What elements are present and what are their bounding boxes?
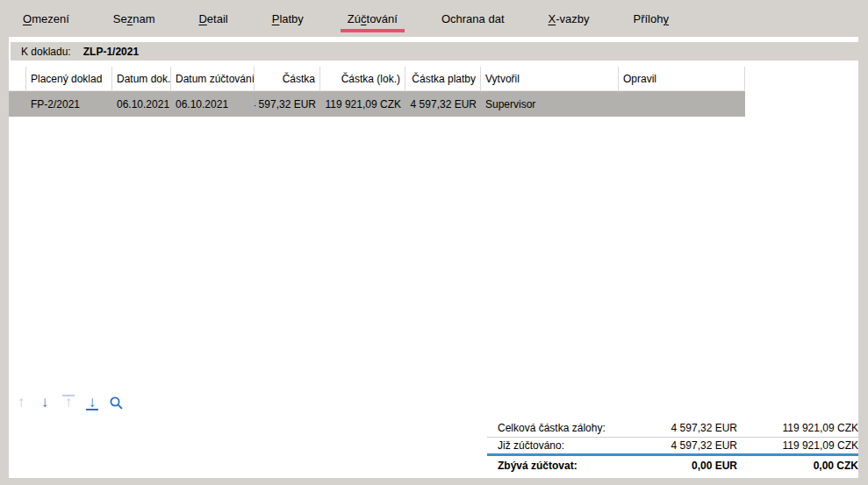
move-down-icon[interactable]: ↓ xyxy=(36,393,54,412)
move-to-bottom-icon[interactable]: ↓ xyxy=(83,393,101,412)
column-header-vytvoril[interactable]: Vytvořil xyxy=(481,67,619,90)
column-header-castka-lok[interactable]: Částka (lok.) xyxy=(320,67,405,90)
summary-eur-value: 4 597,32 EUR xyxy=(625,422,737,434)
cell-opravil xyxy=(619,91,745,117)
cell-vytvoril: Supervisor xyxy=(481,91,619,117)
summary-label: Již zúčtováno: xyxy=(487,439,625,452)
tab-label: Ochrana dat xyxy=(441,12,505,25)
summary-label: Celková částka zálohy: xyxy=(487,422,625,434)
tab-x-vazby[interactable]: X-vazby xyxy=(549,0,590,37)
tab-label: Omezení xyxy=(23,12,69,25)
cell-castka-platby: 4 597,32 EUR xyxy=(405,91,481,117)
tab-ochrana-dat[interactable]: Ochrana dat xyxy=(441,0,505,37)
tab-detail[interactable]: Detail xyxy=(198,0,227,37)
summary-czk-value: 119 921,09 CZK xyxy=(737,422,858,434)
summary-eur-value: 0,00 EUR xyxy=(625,460,737,472)
tab-label: Zúčtování xyxy=(348,12,398,25)
column-header-datum-dok[interactable]: Datum dok. xyxy=(112,67,171,90)
table-header-row: Placený doklad Datum dok. Datum zúčtován… xyxy=(9,67,745,91)
summary-czk-value: 0,00 CZK xyxy=(737,460,858,472)
tab-label: Platby xyxy=(272,12,304,25)
cell-datum-zuctovani: 06.10.2021 xyxy=(171,91,255,117)
row-marker-cell xyxy=(9,91,26,117)
summary-czk-value: 119 921,09 CZK xyxy=(737,439,858,452)
search-icon[interactable] xyxy=(107,393,125,412)
summary-row-total: Celková částka zálohy: 4 597,32 EUR 119 … xyxy=(487,419,858,438)
column-header-placeny-doklad[interactable]: Placený doklad xyxy=(26,67,112,90)
cell-datum-dok: 06.10.2021 xyxy=(112,91,171,117)
tab-prilohy[interactable]: Přílohy xyxy=(633,0,668,37)
content-panel: K dokladu: ZLP-1/2021 Placený doklad Dat… xyxy=(9,37,858,478)
tab-label: Seznam xyxy=(113,12,155,25)
summary-label: Zbývá zúčtovat: xyxy=(487,460,625,472)
app-window: { "colors": { "frame": "#d5d2cd", "accen… xyxy=(0,0,868,485)
summary-row-remaining: Zbývá zúčtovat: 0,00 EUR 0,00 CZK xyxy=(487,456,858,475)
tab-zuctovani[interactable]: Zúčtování xyxy=(348,0,398,37)
tab-label: X-vazby xyxy=(549,12,590,25)
column-header-castka-platby[interactable]: Částka platby xyxy=(405,67,481,90)
tab-label: Detail xyxy=(198,12,227,25)
table-row-selected[interactable]: FP-2/2021 06.10.2021 06.10.2021 4 597,32… xyxy=(9,91,745,117)
document-reference-value: ZLP-1/2021 xyxy=(83,46,139,58)
column-header-castka[interactable]: Částka xyxy=(255,67,320,90)
column-header-marker[interactable] xyxy=(9,67,26,90)
document-reference-label: K dokladu: xyxy=(21,46,71,58)
tab-label: Přílohy xyxy=(633,12,668,25)
cell-placeny-doklad: FP-2/2021 xyxy=(26,91,112,117)
summary-row-settled: Již zúčtováno: 4 597,32 EUR 119 921,09 C… xyxy=(487,438,858,456)
cell-castka: 4 597,32 EUR xyxy=(255,91,320,117)
summary-eur-value: 4 597,32 EUR xyxy=(625,439,737,452)
column-header-datum-zuctovani[interactable]: Datum zúčtování xyxy=(171,67,255,90)
move-up-icon[interactable]: ↑ xyxy=(12,393,30,412)
move-to-top-icon[interactable]: ↑ xyxy=(60,393,77,412)
tab-platby[interactable]: Platby xyxy=(272,0,304,37)
tab-bar: Omezení Seznam Detail Platby Zúčtování O… xyxy=(0,0,868,37)
settlement-table: Placený doklad Datum dok. Datum zúčtován… xyxy=(9,67,745,117)
tab-omezeni[interactable]: Omezení xyxy=(23,0,69,37)
document-reference-band: K dokladu: ZLP-1/2021 xyxy=(11,42,858,61)
row-navigation-toolbar: ↑ ↓ ↑ ↓ xyxy=(12,393,125,412)
column-header-opravil[interactable]: Opravil xyxy=(619,67,745,90)
settlement-summary: Celková částka zálohy: 4 597,32 EUR 119 … xyxy=(487,419,858,475)
cell-castka-lok: 119 921,09 CZK xyxy=(320,91,405,117)
tab-seznam[interactable]: Seznam xyxy=(113,0,155,37)
